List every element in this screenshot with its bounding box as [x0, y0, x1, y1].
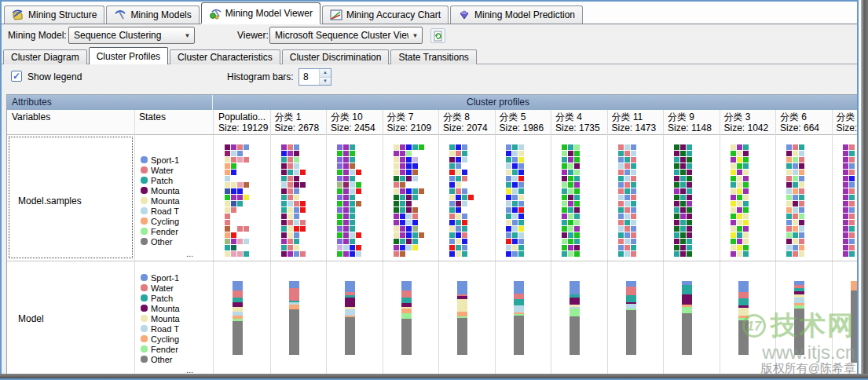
- cluster-column-header[interactable]: 分类 7Size: 2109: [383, 110, 439, 135]
- sequence-state-square: [412, 239, 418, 244]
- sequence-state-square: [400, 151, 405, 156]
- states-column-header[interactable]: States: [134, 110, 213, 135]
- cluster-column-header[interactable]: 分类 1Size: 2678: [270, 110, 327, 135]
- other-swatch: [141, 238, 148, 245]
- sequence-state-square: [731, 151, 736, 156]
- sequence-state-square: [743, 151, 749, 156]
- variables-column-header[interactable]: Variables: [7, 110, 134, 135]
- sequence-state-square: [244, 157, 249, 163]
- subtab-cluster-characteristics[interactable]: Cluster Characteristics: [170, 49, 280, 64]
- sequence-state-square: [294, 157, 299, 163]
- sequence-state-square: [462, 239, 467, 244]
- mining-model-dropdown[interactable]: Sequence Clustering ▼: [68, 27, 195, 44]
- bar-segment: [401, 281, 412, 290]
- subtab-cluster-diagram[interactable]: Cluster Diagram: [3, 49, 87, 64]
- column-separator: [775, 110, 776, 374]
- cluster-column-header[interactable]: 分类 5Size: 1986: [495, 110, 551, 135]
- cluster-column-header[interactable]: 分类 6Size: 664: [775, 110, 832, 135]
- sequence-state-square: [786, 195, 792, 200]
- sequence-state-square: [225, 239, 230, 244]
- sequence-state-square: [562, 144, 567, 150]
- sequence-state-square: [512, 226, 518, 232]
- column-separator: [213, 110, 214, 374]
- viewer-dropdown[interactable]: Microsoft Sequence Cluster Viewer ▼: [269, 27, 423, 44]
- legend-label: Fender: [151, 345, 178, 354]
- cluster-column-header[interactable]: Populatio...Size: 19129: [214, 110, 270, 135]
- sequence-state-square: [462, 232, 467, 238]
- sequence-state-square: [506, 163, 511, 169]
- bar-segment: [401, 290, 412, 298]
- sequence-state-square: [394, 226, 399, 232]
- spinner-up-icon[interactable]: ▲: [320, 69, 331, 77]
- right-edge-scrollbar[interactable]: [861, 0, 868, 380]
- sequence-state-square: [456, 232, 461, 238]
- legend-label: Mounta: [151, 314, 180, 323]
- sequence-state-square: [237, 182, 243, 188]
- sequence-state-square: [512, 188, 518, 194]
- tab-mining-model-prediction[interactable]: Mining Model Prediction: [450, 5, 583, 24]
- cluster-column-header[interactable]: 分类 4Size: 1735: [551, 110, 607, 135]
- sequence-state-square: [737, 176, 742, 181]
- tab-mining-models[interactable]: Mining Models: [106, 5, 199, 24]
- sequence-state-square: [231, 170, 236, 175]
- sequence-state-square: [237, 251, 243, 257]
- sequence-state-square: [568, 207, 573, 213]
- legend-more[interactable]: ...: [186, 249, 193, 258]
- chevron-down-icon: ▼: [408, 32, 422, 39]
- sequence-state-square: [674, 182, 679, 188]
- sequence-state-square: [288, 207, 293, 213]
- row-variable-model-samples[interactable]: Model.samples: [18, 195, 82, 206]
- histogram-bars-stepper[interactable]: 8 ▲ ▼: [298, 68, 331, 86]
- tab-label: Mining Structure: [28, 9, 97, 20]
- refresh-button[interactable]: [430, 28, 445, 43]
- sequence-state-square: [350, 182, 355, 188]
- sequence-state-square: [843, 144, 848, 150]
- cluster-column-header[interactable]: 分类 9Size: 1148: [663, 110, 720, 135]
- subtab-cluster-discrimination[interactable]: Cluster Discrimination: [282, 49, 390, 64]
- show-legend-checkbox[interactable]: ✓: [11, 71, 22, 82]
- subtab-cluster-profiles[interactable]: Cluster Profiles: [89, 47, 168, 64]
- cluster-name: 分类 4: [555, 111, 607, 122]
- sequence-state-square: [400, 144, 405, 150]
- sequence-state-square: [225, 232, 230, 238]
- legend-item: Cycling: [141, 216, 213, 226]
- sequence-state-square: [843, 188, 848, 194]
- row-variable-model[interactable]: Model: [18, 313, 44, 324]
- sequence-state-square: [624, 226, 630, 232]
- sequence-state-square: [731, 176, 736, 181]
- bar-segment: [570, 281, 580, 294]
- sequence-state-square: [793, 170, 798, 175]
- sequence-state-square: [406, 214, 412, 219]
- sequence-state-square: [618, 144, 624, 150]
- spinner-down-icon[interactable]: ▼: [320, 77, 331, 86]
- sequence-state-square: [281, 239, 287, 244]
- sequence-state-square: [799, 144, 804, 150]
- row-separator: [7, 261, 859, 261]
- sequence-state-square: [843, 176, 848, 181]
- cluster-column-header[interactable]: 分类 10Size: 2454: [326, 110, 383, 135]
- sequence-state-square: [419, 232, 424, 238]
- sequence-state-square: [568, 201, 573, 206]
- sequence-state-square: [394, 182, 399, 188]
- cluster-column-header[interactable]: 分类 8Size: 2074: [438, 110, 495, 135]
- sequence-state-square: [843, 170, 848, 175]
- tab-mining-structure[interactable]: Mining Structure: [4, 5, 104, 24]
- sequence-state-square: [849, 201, 855, 206]
- sequence-state-square: [680, 176, 686, 181]
- sequence-state-square: [843, 195, 848, 200]
- cluster-column-header[interactable]: 分类 11Size: 1473: [607, 110, 664, 135]
- tab-mining-model-viewer[interactable]: Mining Model Viewer: [201, 2, 320, 24]
- sequence-state-square: [731, 245, 736, 250]
- sequence-state-square: [462, 251, 467, 257]
- histogram-bars-value[interactable]: 8: [299, 69, 319, 85]
- sequence-state-square: [231, 232, 236, 238]
- cluster-column-header[interactable]: 分类 3Size: 1042: [720, 110, 776, 135]
- sequence-state-square: [512, 214, 518, 219]
- legend-label: Cycling: [151, 334, 179, 344]
- sequence-state-square: [506, 220, 511, 225]
- tab-mining-accuracy-chart[interactable]: Mining Accuracy Chart: [322, 5, 449, 24]
- sequence-state-square: [680, 220, 686, 225]
- sequence-state-square: [518, 170, 524, 175]
- subtab-state-transitions[interactable]: State Transitions: [390, 49, 476, 64]
- sequence-state-square: [300, 207, 306, 213]
